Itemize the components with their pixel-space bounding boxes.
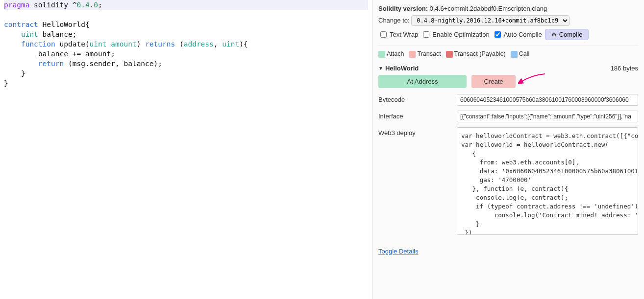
code-line[interactable]: } [4,69,368,78]
web3-label: Web3 deploy [378,127,457,137]
auto-compile-label: Auto Compile [504,31,542,38]
arrow-annotation-icon [518,72,547,87]
legend-payable: Transact (Payable) [446,50,506,58]
auto-compile-checkbox[interactable] [495,31,501,38]
text-wrap-label: Text Wrap [390,31,418,38]
compiler-panel: Solidity version: 0.4.6+commit.2dabbdf0.… [372,0,644,299]
divider [378,45,638,46]
bytecode-label: Bytecode [378,94,457,103]
web3-row: Web3 deploy var helloworldContract = web… [378,127,638,235]
code-line[interactable]: } [4,78,368,88]
enable-opt-checkbox[interactable] [423,31,429,38]
solidity-version-row: Solidity version: 0.4.6+commit.2dabbdf0.… [378,5,638,12]
interface-row: Interface [378,111,638,122]
solidity-version-label: Solidity version: [378,5,428,12]
text-wrap-option[interactable]: Text Wrap [378,30,418,39]
collapse-icon[interactable]: ▼ [378,66,383,71]
contract-bytes: 186 bytes [611,65,638,72]
interface-label: Interface [378,111,457,120]
at-address-button[interactable]: At Address [378,75,467,88]
code-line[interactable] [4,10,368,20]
code-editor[interactable]: pragma solidity ^0.4.0; contract HelloWo… [0,0,372,299]
change-to-row: Change to: 0.4.8-nightly.2016.12.16+comm… [378,15,638,26]
bytecode-row: Bytecode [378,94,638,106]
compile-button[interactable]: Compile [545,29,589,40]
text-wrap-checkbox[interactable] [380,31,387,38]
swatch-attach [378,51,385,58]
legend-attach: Attach [378,50,404,58]
options-row: Text Wrap Enable Optimization Auto Compi… [378,29,638,40]
change-to-label: Change to: [378,17,410,24]
legend-transact: Transact [409,50,441,58]
create-button[interactable]: Create [471,75,516,88]
code-line[interactable]: uint balance; [4,29,368,39]
enable-opt-label: Enable Optimization [432,31,489,38]
enable-opt-option[interactable]: Enable Optimization [421,30,489,39]
code-line[interactable]: function update(uint amount) returns (ad… [4,39,368,49]
code-line[interactable]: contract HelloWorld{ [4,20,368,29]
version-select[interactable]: 0.4.8-nightly.2016.12.16+commit.af8bc1c9 [411,15,570,26]
swatch-payable [446,51,453,58]
swatch-call [511,51,518,58]
interface-field[interactable] [457,111,638,122]
contract-header[interactable]: ▼ HelloWorld 186 bytes [378,65,638,72]
code-line[interactable]: return (msg.sender, balance); [4,59,368,69]
toggle-details-link[interactable]: Toggle Details [378,248,419,255]
compile-label: Compile [559,31,583,38]
swatch-transact [409,51,416,58]
web3-deploy-code[interactable]: var helloworldContract = web3.eth.contra… [457,127,638,235]
code-line[interactable]: balance += amount; [4,49,368,59]
bytecode-field[interactable] [457,94,638,106]
solidity-version-value: 0.4.6+commit.2dabbdf0.Emscripten.clang [430,5,547,12]
legend-call: Call [511,50,530,58]
code-line[interactable]: pragma solidity ^0.4.0; [4,0,368,10]
gear-icon [551,31,557,38]
contract-actions: At Address Create [378,75,638,88]
legend: Attach Transact Transact (Payable) Call [378,50,638,58]
auto-compile-option[interactable]: Auto Compile [493,30,542,39]
contract-name: HelloWorld [385,65,419,72]
